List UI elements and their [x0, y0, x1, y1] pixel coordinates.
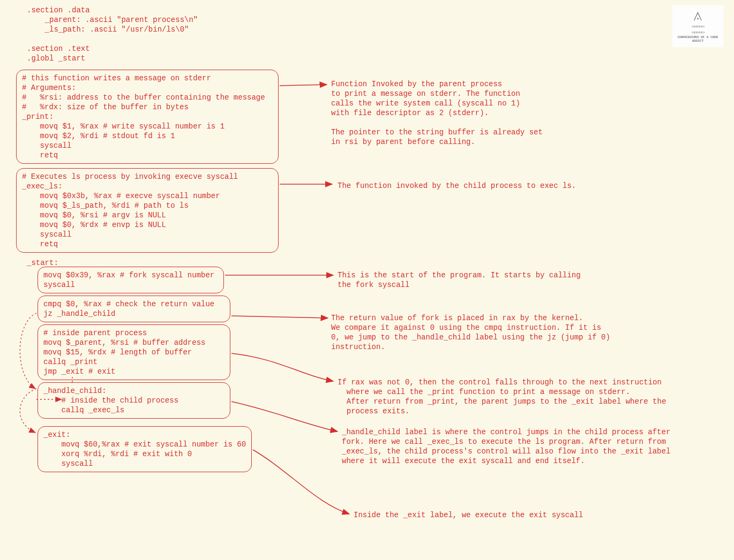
cmp-annotation: The return value of fork is placed in ra… — [331, 313, 610, 352]
svg-line-0 — [280, 85, 327, 86]
parent-branch-code: # inside parent process movq $_parent, %… — [43, 328, 224, 376]
brand-logo: ⟑ ▭▭▭▭▭▭▭▭▭▭ CONFESSIONS OF A CODE ADDIC… — [672, 5, 723, 47]
parent-branch-box: # inside parent process movq $_parent, %… — [38, 324, 230, 380]
cmp-check-box: cmpq $0, %rax # check the return value j… — [38, 296, 230, 322]
exec-function-code: # Executes ls process by invoking execve… — [22, 172, 273, 249]
svg-line-3 — [231, 316, 328, 318]
exec-function-box: # Executes ls process by invoking execve… — [16, 168, 279, 253]
exit-block-code: _exit: movq $60,%rax # exit syscall numb… — [43, 430, 246, 468]
exit-block-box: _exit: movq $60,%rax # exit syscall numb… — [38, 426, 252, 472]
child-branch-box: _handle_child: # inside the child proces… — [38, 382, 230, 419]
antenna-icon: ⟑ — [693, 10, 702, 25]
logo-caption: CONFESSIONS OF A CODE ADDICT — [672, 35, 723, 43]
keyboard-icon: ▭▭▭▭▭▭▭▭▭▭ — [692, 24, 703, 35]
exec-annotation: The function invoked by the child proces… — [338, 181, 576, 191]
child-branch-code: _handle_child: # inside the child proces… — [43, 386, 224, 415]
cmp-check-code: cmpq $0, %rax # check the return value j… — [43, 299, 224, 319]
data-section-code: .section .data _parent: .ascii "parent p… — [27, 5, 198, 63]
fork-call-box: movq $0x39, %rax # fork syscall number s… — [38, 267, 224, 293]
child-annotation: _handle_child label is where the control… — [342, 427, 670, 466]
print-annotation: Function Invoked by the parent process t… — [331, 79, 543, 147]
parent-annotation: If rax was not 0, then the control falls… — [338, 377, 666, 416]
exit-annotation: Inside the _exit label, we execute the e… — [354, 510, 583, 520]
print-function-code: # this function writes a message on stde… — [22, 73, 273, 160]
fork-annotation: This is the start of the program. It sta… — [338, 270, 581, 290]
print-function-box: # this function writes a message on stde… — [16, 70, 279, 164]
fork-call-code: movq $0x39, %rax # fork syscall number s… — [43, 270, 218, 290]
